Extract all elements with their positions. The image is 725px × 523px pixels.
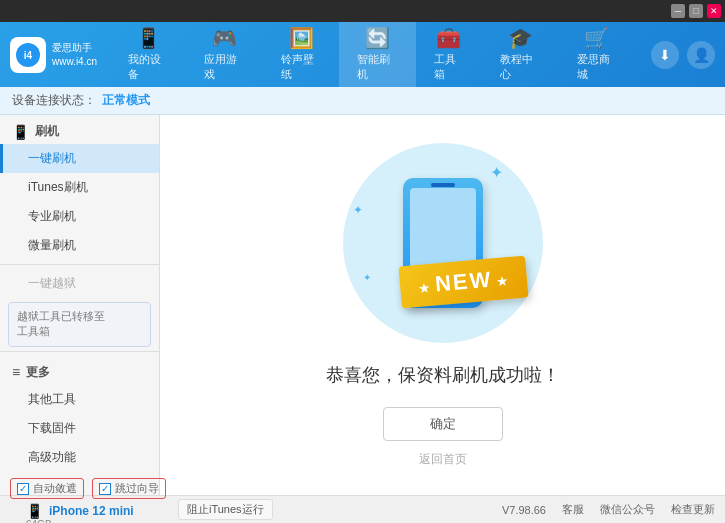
status-bar: 设备连接状态： 正常模式	[0, 87, 725, 115]
illustration: ✦ ✦ ✦ NEW	[343, 143, 543, 343]
user-button[interactable]: 👤	[687, 41, 715, 69]
window-controls: ─ □ ✕	[671, 4, 721, 18]
content-area: ✦ ✦ ✦ NEW 恭喜您，保资料刷机成功啦！ 确定 返回首页	[160, 115, 725, 495]
sidebar: 📱 刷机 一键刷机 iTunes刷机 专业刷机 微量刷机 一键越狱 越狱工具已转…	[0, 115, 160, 495]
device-info: 📱 iPhone 12 mini 64GB Down-12mini-13,1	[26, 503, 166, 523]
nav-icon-toolbox: 🧰	[436, 28, 461, 48]
nav-icon-my-device: 📱	[136, 28, 161, 48]
sidebar-item-itunes-flash[interactable]: iTunes刷机	[0, 173, 159, 202]
nav-label-wallpaper: 铃声壁纸	[281, 52, 321, 82]
device-icon: 📱	[26, 503, 43, 519]
phone-bg-circle: ✦ ✦ ✦	[343, 143, 543, 343]
nav-label-toolbox: 工具箱	[434, 52, 464, 82]
version-label: V7.98.66	[502, 504, 546, 516]
nav-item-wallpaper[interactable]: 🖼️铃声壁纸	[263, 22, 339, 88]
checkbox-skip-wizard[interactable]: ✓ 跳过向导	[92, 478, 166, 499]
nav-item-tutorial[interactable]: 🎓教程中心	[482, 22, 558, 88]
skip-wizard-label: 跳过向导	[115, 481, 159, 496]
status-label: 设备连接状态：	[12, 92, 96, 109]
flash-section-icon: 📱	[12, 124, 29, 140]
sidebar-divider-1	[0, 264, 159, 265]
success-text: 恭喜您，保资料刷机成功啦！	[326, 363, 560, 387]
bottom-left: ✓ 自动敛遮 ✓ 跳过向导 📱 iPhone 12 mini 64GB Down…	[10, 478, 273, 523]
nav-icon-smart-flash: 🔄	[365, 28, 390, 48]
nav-item-smart-flash[interactable]: 🔄智能刷机	[339, 22, 415, 88]
wechat-link[interactable]: 微信公众号	[600, 502, 655, 517]
flash-section-label: 刷机	[35, 123, 59, 140]
back-link[interactable]: 返回首页	[419, 451, 467, 468]
logo-icon: i4	[10, 37, 46, 73]
download-button[interactable]: ⬇	[651, 41, 679, 69]
sparkle-3: ✦	[363, 272, 371, 283]
nav-items: 📱我的设备🎮应用游戏🖼️铃声壁纸🔄智能刷机🧰工具箱🎓教程中心🛒爱思商城	[110, 22, 635, 88]
main-layout: 📱 刷机 一键刷机 iTunes刷机 专业刷机 微量刷机 一键越狱 越狱工具已转…	[0, 115, 725, 495]
device-name: iPhone 12 mini	[49, 504, 134, 518]
confirm-button[interactable]: 确定	[383, 407, 503, 441]
minimize-button[interactable]: ─	[671, 4, 685, 18]
nav-icon-shop: 🛒	[584, 28, 609, 48]
itunes-stop-button[interactable]: 阻止iTunes运行	[178, 499, 273, 520]
itunes-stop-label: 阻止iTunes运行	[187, 502, 264, 517]
sidebar-item-download-firmware[interactable]: 下载固件	[0, 414, 159, 443]
nav-label-shop: 爱思商城	[577, 52, 617, 82]
customer-service-link[interactable]: 客服	[562, 502, 584, 517]
sidebar-item-jailbreak: 一键越狱	[0, 269, 159, 298]
sidebar-note: 越狱工具已转移至工具箱	[8, 302, 151, 347]
logo-text: 爱思助手 www.i4.cn	[52, 41, 97, 69]
logo-area: i4 爱思助手 www.i4.cn	[10, 37, 110, 73]
close-button[interactable]: ✕	[707, 4, 721, 18]
sidebar-section-flash: 📱 刷机	[0, 115, 159, 144]
sidebar-divider-2	[0, 351, 159, 352]
nav-label-my-device: 我的设备	[128, 52, 168, 82]
nav-item-shop[interactable]: 🛒爱思商城	[559, 22, 635, 88]
nav-item-toolbox[interactable]: 🧰工具箱	[416, 22, 482, 88]
phone-speaker	[431, 183, 455, 187]
bottom-checkboxes: ✓ 自动敛遮 ✓ 跳过向导	[10, 478, 166, 499]
nav-icon-tutorial: 🎓	[508, 28, 533, 48]
maximize-button[interactable]: □	[689, 4, 703, 18]
sidebar-item-micro-flash[interactable]: 微量刷机	[0, 231, 159, 260]
auto-start-check-icon: ✓	[17, 483, 29, 495]
nav-item-apps-games[interactable]: 🎮应用游戏	[186, 22, 262, 88]
title-bar: ─ □ ✕	[0, 0, 725, 22]
checkbox-auto-start[interactable]: ✓ 自动敛遮	[10, 478, 84, 499]
auto-start-label: 自动敛遮	[33, 481, 77, 496]
sidebar-item-other-tools[interactable]: 其他工具	[0, 385, 159, 414]
device-storage: 64GB	[26, 519, 166, 523]
nav-icon-wallpaper: 🖼️	[289, 28, 314, 48]
skip-wizard-check-icon: ✓	[99, 483, 111, 495]
svg-text:i4: i4	[24, 50, 33, 61]
sidebar-item-advanced[interactable]: 高级功能	[0, 443, 159, 472]
sidebar-item-one-click-flash[interactable]: 一键刷机	[0, 144, 159, 173]
nav-icon-apps-games: 🎮	[212, 28, 237, 48]
sidebar-section-more: ≡ 更多	[0, 356, 159, 385]
more-section-icon: ≡	[12, 364, 20, 380]
sidebar-item-pro-flash[interactable]: 专业刷机	[0, 202, 159, 231]
nav-label-apps-games: 应用游戏	[204, 52, 244, 82]
nav-item-my-device[interactable]: 📱我的设备	[110, 22, 186, 88]
bottom-bar: ✓ 自动敛遮 ✓ 跳过向导 📱 iPhone 12 mini 64GB Down…	[0, 495, 725, 523]
header-right: ⬇ 👤	[635, 41, 715, 69]
status-value: 正常模式	[102, 92, 150, 109]
sparkle-1: ✦	[490, 163, 503, 182]
nav-label-tutorial: 教程中心	[500, 52, 540, 82]
nav-label-smart-flash: 智能刷机	[357, 52, 397, 82]
header: i4 爱思助手 www.i4.cn 📱我的设备🎮应用游戏🖼️铃声壁纸🔄智能刷机🧰…	[0, 22, 725, 87]
bottom-right: V7.98.66 客服 微信公众号 检查更新	[502, 502, 715, 517]
sparkle-2: ✦	[353, 203, 363, 217]
more-section-label: 更多	[26, 364, 50, 381]
check-update-link[interactable]: 检查更新	[671, 502, 715, 517]
